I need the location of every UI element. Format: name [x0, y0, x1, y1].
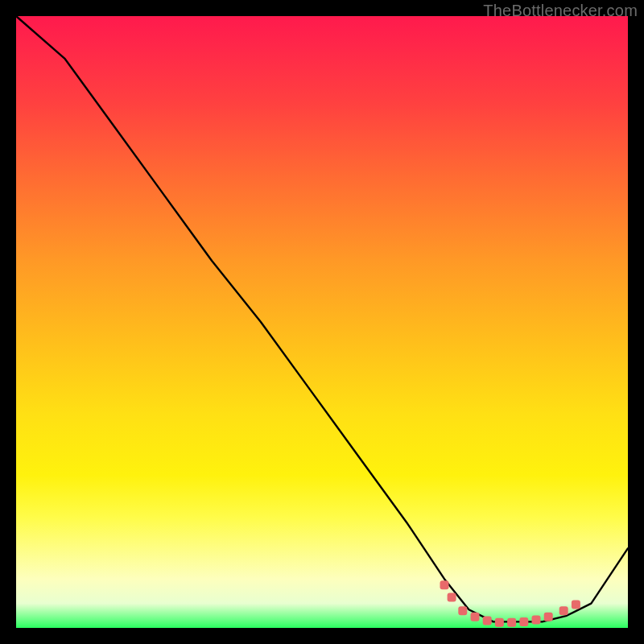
marker-point — [559, 606, 568, 615]
optimal-region-markers — [440, 580, 580, 626]
marker-point — [507, 618, 516, 627]
marker-point — [495, 618, 504, 627]
marker-point — [544, 613, 553, 621]
marker-point — [448, 593, 456, 602]
plot-area — [16, 16, 628, 628]
marker-point — [471, 613, 480, 621]
chart-stage: TheBottlenecker.com — [0, 0, 644, 644]
marker-point — [483, 616, 492, 625]
marker-point — [532, 616, 541, 625]
chart-svg — [16, 16, 628, 628]
marker-point — [519, 617, 528, 626]
bottleneck-curve — [16, 16, 628, 621]
marker-point — [572, 601, 580, 609]
marker-point — [440, 580, 449, 589]
marker-point — [458, 606, 467, 615]
